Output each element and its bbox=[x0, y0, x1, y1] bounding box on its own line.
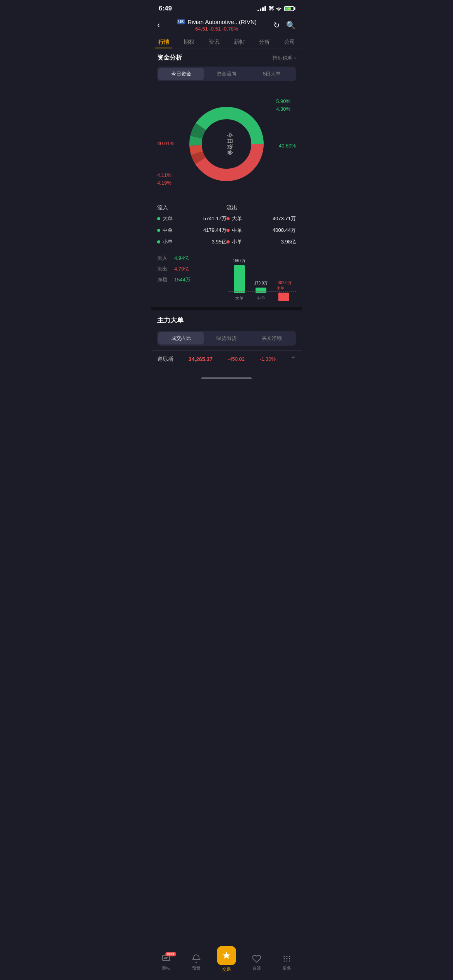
chart-label-top-right: 5.90% 4.30% bbox=[276, 98, 290, 113]
inflow-row-mid: 中单 4179.44万 bbox=[157, 227, 226, 234]
inflow-header: 流入 bbox=[157, 204, 226, 211]
summary-outflow: 流出 4.79亿 bbox=[157, 266, 225, 272]
dot-red-mid bbox=[226, 229, 230, 232]
fund-tab-group: 今日资金 资金流向 5日大单 bbox=[157, 67, 296, 81]
tab-news[interactable]: 资讯 bbox=[206, 36, 223, 48]
main-section: 主力大单 bbox=[151, 310, 302, 328]
status-icons: ⌘ ⚡ bbox=[257, 5, 294, 12]
outflow-large-label: 大单 bbox=[232, 215, 242, 222]
summary-net-val: 1544万 bbox=[174, 276, 190, 283]
bar-large-bottom: 大单 bbox=[235, 295, 244, 301]
inflow-mid-label: 中单 bbox=[163, 227, 173, 234]
summary-net-key: 净额 bbox=[157, 276, 171, 283]
bar-small-rect bbox=[278, 293, 289, 301]
outflow-col: 流出 大单 4073.71万 中单 4000.44万 小单 bbox=[226, 204, 296, 250]
tab-company[interactable]: 公司 bbox=[281, 36, 298, 48]
chart-label-right: 40.60% bbox=[279, 143, 296, 149]
inflow-small-val: 3.95亿 bbox=[212, 238, 226, 245]
summary-inflow: 流入 4.94亿 bbox=[157, 255, 225, 262]
index-name: 道琼斯 bbox=[157, 356, 173, 363]
bar-mid-rect bbox=[256, 288, 266, 293]
summary-net: 净额 1544万 bbox=[157, 276, 225, 283]
dot-red-small bbox=[226, 240, 230, 243]
outflow-small-val: 3.98亿 bbox=[281, 238, 296, 245]
outflow-row-small: 小单 3.98亿 bbox=[226, 238, 296, 245]
inflow-col: 流入 大单 5741.17万 中单 4179.44万 小单 bbox=[157, 204, 226, 250]
status-time: 6:49 bbox=[159, 5, 172, 12]
index-change: -450.02 bbox=[228, 356, 245, 362]
chart-label-left: 40.91% bbox=[157, 140, 174, 146]
summary-inflow-key: 流入 bbox=[157, 255, 171, 262]
fund-tab-5day[interactable]: 5日大单 bbox=[249, 68, 295, 80]
summary-outflow-key: 流出 bbox=[157, 266, 171, 272]
bar-small-label: -302.0万小单 bbox=[276, 280, 291, 291]
inflow-large-val: 5741.17万 bbox=[203, 215, 226, 222]
bar-mid-label: 179.0万 bbox=[254, 281, 268, 286]
section-title: 资金分析 bbox=[157, 54, 182, 62]
summary-inflow-val: 4.94亿 bbox=[174, 255, 189, 262]
fund-tab-flow[interactable]: 资金流向 bbox=[204, 68, 249, 80]
outflow-mid-label: 中单 bbox=[232, 227, 242, 234]
stock-name: Rivian Automotive...(RIVN) bbox=[187, 19, 256, 25]
tab-analysis[interactable]: 分析 bbox=[256, 36, 273, 48]
section-header: 资金分析 指标说明 › bbox=[151, 48, 302, 65]
status-bar: 6:49 ⌘ ⚡ bbox=[151, 0, 302, 15]
index-price: 34,265.37 bbox=[189, 356, 213, 362]
bar-small: -302.0万小单 bbox=[276, 280, 291, 301]
tab-options[interactable]: 期权 bbox=[180, 36, 197, 48]
outflow-row-mid: 中单 4000.44万 bbox=[226, 227, 296, 234]
header-title: US Rivian Automotive...(RIVN) bbox=[160, 19, 273, 25]
dot-green-small bbox=[157, 240, 160, 243]
dot-green-mid bbox=[157, 229, 160, 232]
section-divider bbox=[151, 307, 302, 310]
bar-chart: 1667万 大单 179.0万 中单 -302.0万小单 bbox=[225, 255, 296, 301]
index-pct: -1.30% bbox=[260, 356, 276, 362]
zero-line bbox=[228, 291, 296, 292]
donut-svg: 今日资金 bbox=[184, 101, 269, 187]
outflow-mid-val: 4000.44万 bbox=[273, 227, 296, 234]
home-indicator bbox=[151, 375, 302, 383]
chevron-up-icon[interactable]: ⌃ bbox=[291, 355, 296, 363]
bar-large: 1667万 大单 bbox=[233, 258, 245, 301]
bar-chart-inner: 1667万 大单 179.0万 中单 -302.0万小单 bbox=[228, 255, 296, 301]
search-icon[interactable]: 🔍 bbox=[286, 21, 296, 30]
section-link[interactable]: 指标说明 › bbox=[273, 55, 296, 62]
tab-market[interactable]: 行情 bbox=[155, 36, 172, 48]
main-dan-tab-net[interactable]: 买卖净额 bbox=[249, 332, 295, 344]
market-badge: US bbox=[177, 19, 185, 24]
fund-tab-today[interactable]: 今日资金 bbox=[158, 68, 204, 80]
wifi-icon: ⌘ bbox=[268, 5, 282, 12]
svg-text:今日资金: 今日资金 bbox=[227, 132, 233, 156]
outflow-large-val: 4073.71万 bbox=[273, 215, 296, 222]
header: ‹ US Rivian Automotive...(RIVN) 64.51 -0… bbox=[151, 15, 302, 33]
inflow-mid-val: 4179.44万 bbox=[203, 227, 226, 234]
inflow-small-label: 小单 bbox=[163, 238, 173, 245]
bar-mid: 179.0万 中单 bbox=[254, 281, 268, 301]
main-dan-tab-ratio[interactable]: 成交占比 bbox=[158, 332, 204, 344]
main-dan-tab-absorb[interactable]: 吸货出货 bbox=[204, 332, 249, 344]
index-row: 道琼斯 34,265.37 -450.02 -1.30% ⌃ bbox=[151, 350, 302, 367]
data-section: 流入 大单 5741.17万 中单 4179.44万 小单 bbox=[151, 198, 302, 250]
inflow-row-small: 小单 3.95亿 bbox=[157, 238, 226, 245]
main-title: 主力大单 bbox=[157, 316, 296, 325]
summary-bar-row: 流入 4.94亿 流出 4.79亿 净额 1544万 1667万 大单 bbox=[151, 250, 302, 301]
bar-mid-bottom: 中单 bbox=[257, 295, 265, 301]
bar-large-rect bbox=[234, 265, 245, 293]
header-center: US Rivian Automotive...(RIVN) 64.51 -0.5… bbox=[160, 19, 273, 32]
refresh-icon[interactable]: ↻ bbox=[273, 21, 280, 30]
dot-green-large bbox=[157, 217, 160, 220]
outflow-small-label: 小单 bbox=[232, 238, 242, 245]
donut-chart-area: 40.91% 4.11% 4.19% bbox=[151, 86, 302, 198]
tab-posts[interactable]: 新帖 bbox=[231, 36, 248, 48]
summary-outflow-val: 4.79亿 bbox=[174, 266, 189, 272]
inflow-row-large: 大单 5741.17万 bbox=[157, 215, 226, 222]
outflow-header: 流出 bbox=[226, 204, 296, 211]
header-icons: ↻ 🔍 bbox=[273, 21, 296, 30]
back-button[interactable]: ‹ bbox=[157, 20, 160, 30]
summary-col: 流入 4.94亿 流出 4.79亿 净额 1544万 bbox=[157, 255, 225, 301]
inflow-large-label: 大单 bbox=[163, 215, 173, 222]
header-price: 64.51 -0.51 -0.78% bbox=[160, 26, 273, 32]
main-dan-tab-group: 成交占比 吸货出货 买卖净额 bbox=[157, 331, 296, 346]
chart-label-bottom-left: 4.11% 4.19% bbox=[157, 171, 172, 187]
outflow-row-large: 大单 4073.71万 bbox=[226, 215, 296, 222]
